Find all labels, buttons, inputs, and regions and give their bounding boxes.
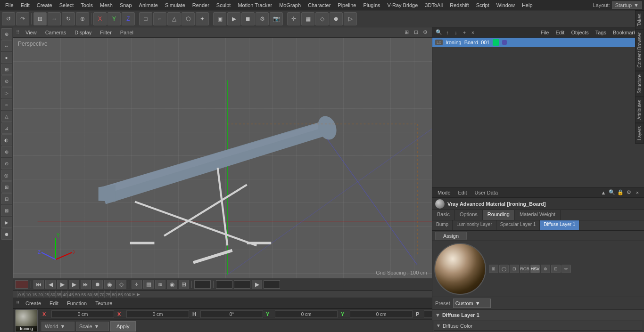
mat-btn-1[interactable]: ⊞ — [489, 265, 498, 273]
menu-simulate[interactable]: Simulate — [162, 1, 189, 9]
menu-pipeline[interactable]: Pipeline — [334, 1, 359, 9]
attr-icon-lock[interactable]: 🔒 — [617, 189, 624, 196]
cube-button[interactable]: □ — [139, 12, 152, 25]
record-button-tl[interactable]: ⏺ — [92, 280, 103, 289]
mat-btn-6[interactable]: ✏ — [561, 265, 571, 273]
scale-mode-button[interactable]: ⊕ — [76, 12, 89, 25]
obj-icon-search[interactable]: 🔍 — [435, 29, 443, 36]
vtab-structure[interactable]: Structure — [635, 71, 644, 97]
menu-file[interactable]: File — [2, 1, 17, 9]
timeline-expand-btn[interactable]: ▶ — [252, 280, 262, 289]
viewport-layout-btn[interactable]: ⊡ — [412, 29, 420, 36]
sidebar-btn-16[interactable]: ▶ — [1, 217, 12, 228]
attr-menu-mode[interactable]: Mode — [435, 189, 453, 196]
attr-icon-settings[interactable]: ⚙ — [625, 189, 633, 196]
sidebar-btn-0[interactable]: ⊕ — [1, 28, 12, 40]
menu-snap[interactable]: Snap — [116, 1, 135, 9]
obj-menu-tags[interactable]: Tags — [593, 29, 609, 36]
move-tool-tl[interactable]: ✛ — [132, 280, 142, 289]
next-frame-button[interactable]: ▶ — [69, 280, 79, 289]
mat-menu-function[interactable]: Function — [65, 300, 89, 307]
end-frame-input[interactable]: 90 F — [234, 280, 250, 289]
prev-frame-button[interactable]: ◀ — [45, 280, 56, 289]
subtab-diffuse-1[interactable]: Diffuse Layer 1 — [540, 220, 579, 230]
menu-script[interactable]: Script — [473, 1, 493, 9]
menu-select[interactable]: Select — [56, 1, 77, 9]
tab-rounding[interactable]: Rounding — [483, 210, 515, 220]
torus-button[interactable]: ⬡ — [182, 12, 195, 25]
attr-menu-edit[interactable]: Edit — [456, 189, 470, 196]
object-list[interactable]: L0 Ironing_Board_001 — [432, 38, 644, 187]
subtab-bump[interactable]: Bump — [432, 220, 453, 230]
menu-character[interactable]: Character — [305, 1, 334, 9]
sidebar-btn-4[interactable]: ⊙ — [1, 75, 12, 87]
axis-y-button[interactable]: Y — [107, 12, 121, 25]
sphere-button[interactable]: ○ — [153, 12, 166, 25]
tab-basic[interactable]: Basic — [432, 210, 455, 220]
record-button[interactable]: ⏺ — [330, 12, 343, 25]
start-frame-input[interactable]: 0 F — [216, 280, 232, 289]
menu-mesh[interactable]: Mesh — [97, 1, 116, 9]
go-to-end-button[interactable]: ⏭ — [81, 280, 91, 289]
sidebar-btn-11[interactable]: ⊙ — [1, 158, 12, 169]
timeline-snap-btn[interactable]: ⊞ — [179, 280, 189, 289]
cone-button[interactable]: △ — [167, 12, 181, 25]
obj-menu-edit[interactable]: Edit — [553, 29, 567, 36]
undo-button[interactable]: ↺ — [2, 12, 15, 25]
viewport-canvas[interactable]: Perspective — [13, 38, 432, 278]
mat-btn-5[interactable]: ⊟ — [551, 265, 561, 273]
light-button[interactable]: ✦ — [196, 12, 209, 25]
frame-button[interactable]: ▦ — [301, 12, 314, 25]
sidebar-btn-2[interactable]: ● — [1, 52, 12, 63]
layout-dropdown[interactable]: Startup ▼ — [612, 1, 642, 9]
obj-icon-2[interactable]: ↓ — [452, 29, 460, 36]
select-mode-button[interactable]: ⊞ — [33, 12, 47, 25]
vtab-attributes[interactable]: Attributes — [635, 97, 644, 123]
menu-animate[interactable]: Animate — [136, 1, 161, 9]
key-button[interactable]: ◇ — [116, 280, 126, 289]
attr-icon-close[interactable]: × — [634, 189, 641, 196]
mat-btn-4[interactable]: ⊕ — [541, 265, 550, 273]
vtab-content-browser[interactable]: Content Browser — [635, 29, 644, 71]
sidebar-btn-14[interactable]: ⊟ — [1, 193, 12, 204]
sidebar-btn-15[interactable]: ⊠ — [1, 205, 12, 216]
coord-y-rot-input[interactable] — [350, 310, 413, 318]
subtab-luminosity[interactable]: Luminosity Layer — [453, 220, 496, 230]
menu-plugins[interactable]: Plugins — [360, 1, 383, 9]
menu-help[interactable]: Help — [519, 1, 536, 9]
coord-y-pos-input[interactable] — [275, 310, 338, 318]
subtab-specular-1[interactable]: Specular Layer 1 — [496, 220, 540, 230]
timeline-marker-btn[interactable]: ◉ — [167, 280, 177, 289]
assign-button[interactable]: Assign — [435, 232, 467, 240]
render-settings-button[interactable]: ⚙ — [256, 12, 269, 25]
menu-3dtoall[interactable]: 3DToAll — [421, 1, 446, 9]
camera-button[interactable]: 📷 — [270, 12, 283, 25]
mat-btn-hsv[interactable]: HSV — [530, 265, 540, 273]
obj-menu-file[interactable]: File — [538, 29, 552, 36]
go-to-start-button[interactable]: ⏮ — [33, 280, 44, 289]
attr-icon-1[interactable]: ▲ — [600, 189, 607, 196]
sidebar-btn-17[interactable]: ⏺ — [1, 228, 12, 240]
axis-z-button[interactable]: Z — [122, 12, 135, 25]
current-frame-input[interactable]: 0 F — [194, 280, 211, 289]
mat-btn-2[interactable]: ◯ — [499, 265, 509, 273]
sidebar-btn-10[interactable]: ⊕ — [1, 146, 12, 157]
preset-dropdown[interactable]: Custom ▼ — [453, 299, 491, 308]
min-frame-input[interactable]: 90 F — [264, 280, 280, 289]
play-button[interactable]: ▶ — [57, 280, 67, 289]
coord-p-input[interactable] — [424, 310, 432, 318]
coord-h-input[interactable] — [200, 310, 263, 318]
sidebar-btn-13[interactable]: ⊞ — [1, 181, 12, 193]
sidebar-btn-9[interactable]: ◐ — [1, 134, 12, 146]
menu-sculpt[interactable]: Sculpt — [213, 1, 234, 9]
sidebar-btn-8[interactable]: ⊿ — [1, 122, 12, 134]
viewport-settings-btn[interactable]: ⚙ — [421, 29, 429, 36]
mat-menu-create[interactable]: Create — [23, 300, 43, 307]
tab-material-weight[interactable]: Material Weight — [515, 210, 561, 220]
attr-menu-userdata[interactable]: User Data — [472, 189, 501, 196]
sidebar-btn-6[interactable]: ○ — [1, 99, 12, 110]
mat-menu-edit[interactable]: Edit — [47, 300, 61, 307]
obj-icon-3[interactable]: + — [461, 29, 468, 36]
mat-btn-rgb[interactable]: RGB — [520, 265, 529, 273]
vp-menu-display[interactable]: Display — [72, 29, 94, 36]
